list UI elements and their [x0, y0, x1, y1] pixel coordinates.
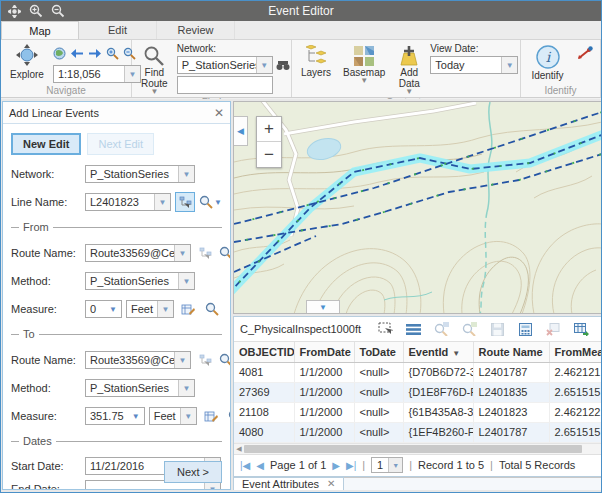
- delete-record-icon[interactable]: [539, 320, 567, 338]
- from-select-route-on-map-icon[interactable]: [195, 243, 215, 263]
- first-page-icon[interactable]: |◀: [240, 460, 250, 471]
- horizontal-scrollbar[interactable]: ◀: [234, 443, 602, 454]
- sort-descending-icon[interactable]: ▼: [452, 349, 460, 358]
- to-select-route-on-map-icon[interactable]: [195, 350, 215, 370]
- from-route-name-combo[interactable]: Route33569@Centr ▼: [85, 244, 191, 262]
- table-row[interactable]: 40811/1/2000<null>{D70B6D72-3L24017872.4…: [234, 362, 602, 382]
- next-edit-button[interactable]: Next Edit: [87, 133, 154, 155]
- basemap-icon: [353, 45, 375, 67]
- table-cell: <null>: [354, 402, 403, 422]
- basemap-button[interactable]: Basemap ▼: [340, 42, 388, 85]
- to-zoom-to-route-button[interactable]: ▼: [219, 353, 230, 367]
- zoom-options-caret-icon[interactable]: ▼: [214, 198, 222, 207]
- view-date-caret-icon[interactable]: ▼: [501, 57, 517, 73]
- map-view[interactable]: + − ◀ ▼ POWERED BY esri: [233, 101, 602, 314]
- pan-to-selected-icon[interactable]: [455, 320, 483, 338]
- column-header[interactable]: EventId▼: [403, 342, 473, 362]
- forward-extent-icon[interactable]: [88, 48, 102, 59]
- find-route-input[interactable]: [177, 76, 273, 94]
- collapse-table-icon[interactable]: ▼: [306, 300, 340, 313]
- column-header[interactable]: OBJECTID: [234, 342, 294, 362]
- zoom-in-map-icon[interactable]: [106, 47, 119, 60]
- select-features-icon[interactable]: [371, 320, 399, 338]
- find-route-button[interactable]: Find Route ▼: [138, 42, 171, 96]
- full-extent-icon[interactable]: [53, 47, 66, 60]
- panel-close-icon[interactable]: ✕: [214, 106, 224, 120]
- from-zoom-to-route-button[interactable]: ▼: [219, 246, 230, 260]
- tab-edit[interactable]: Edit: [79, 21, 157, 39]
- tab-map[interactable]: Map: [1, 21, 79, 39]
- from-zoom-to-measure-icon[interactable]: [202, 299, 222, 319]
- page-number-combo[interactable]: 1 ▼: [371, 457, 403, 473]
- collapse-panel-left-icon[interactable]: ◀: [234, 116, 248, 146]
- from-measure-caret-icon[interactable]: ▼: [105, 301, 121, 317]
- last-page-icon[interactable]: ▶|: [346, 460, 356, 471]
- next-button[interactable]: Next >: [164, 461, 222, 483]
- map-zoom-out-button[interactable]: −: [257, 142, 281, 167]
- network-combo[interactable]: P_StationSeries ▼: [85, 165, 195, 183]
- table-cell: 4080: [234, 422, 294, 442]
- to-method-caret-icon[interactable]: ▼: [178, 380, 194, 396]
- zoom-to-line-button[interactable]: ▼: [199, 195, 222, 209]
- show-selected-records-icon[interactable]: [399, 320, 427, 338]
- scroll-left-icon[interactable]: ◀: [234, 444, 244, 454]
- table-row[interactable]: 211081/1/2000<null>{61B435A8-3:L24018232…: [234, 402, 602, 422]
- from-measure-combo[interactable]: 0 ▼: [85, 300, 122, 318]
- identify-button[interactable]: i Identify: [528, 42, 566, 82]
- add-data-button[interactable]: Add Data ▼: [394, 42, 424, 96]
- select-line-on-map-icon[interactable]: [175, 192, 195, 212]
- from-route-caret-icon[interactable]: ▼: [174, 245, 190, 261]
- layers-button[interactable]: Layers: [298, 42, 334, 79]
- scrollbar-thumb[interactable]: [244, 445, 582, 453]
- back-extent-icon[interactable]: [70, 48, 84, 59]
- map-zoom-in-button[interactable]: +: [257, 117, 281, 142]
- view-date-combo[interactable]: Today ▼: [430, 56, 518, 74]
- line-name-combo[interactable]: L2401823 ▼: [85, 193, 171, 211]
- to-route-name-combo[interactable]: Route33569@Centr ▼: [85, 351, 191, 369]
- from-unit-combo[interactable]: Feet ▼: [126, 300, 174, 318]
- from-method-combo[interactable]: P_StationSeries ▼: [85, 272, 195, 290]
- export-table-icon[interactable]: [567, 320, 595, 338]
- table-row[interactable]: 273691/1/2000<null>{D1E8F76D-FL24018352.…: [234, 382, 602, 402]
- tab-review[interactable]: Review: [157, 21, 235, 39]
- record-range-text: Record 1 to 5: [418, 459, 484, 471]
- line-name-caret-icon[interactable]: ▼: [154, 194, 170, 210]
- table-row[interactable]: 40801/1/2000<null>{1EF4B260-F(L24017872.…: [234, 422, 602, 442]
- column-header[interactable]: Route Name: [473, 342, 549, 362]
- next-page-icon[interactable]: ▶: [332, 460, 340, 471]
- tab-event-attributes[interactable]: Event Attributes ✕: [233, 477, 344, 491]
- from-pick-measure-icon[interactable]: [178, 299, 198, 319]
- to-unit-combo[interactable]: Feet ▼: [149, 407, 197, 425]
- new-edit-button[interactable]: New Edit: [11, 133, 81, 155]
- ribbon-network-combo[interactable]: P_StationSeries ▼: [177, 56, 273, 74]
- explore-button[interactable]: Explore: [7, 42, 47, 81]
- network-caret-icon[interactable]: ▼: [178, 166, 194, 182]
- field-calculator-icon[interactable]: [511, 320, 539, 338]
- column-header[interactable]: FromMeasure: [549, 342, 602, 362]
- close-tab-icon[interactable]: ✕: [327, 478, 335, 489]
- navigate-group-label: Navigate: [7, 84, 125, 97]
- ribbon-network-caret-icon[interactable]: ▼: [256, 57, 272, 73]
- identify-route-location-icon[interactable]: [577, 42, 593, 61]
- previous-page-icon[interactable]: ◀: [256, 460, 264, 471]
- page-number-caret-icon[interactable]: ▼: [388, 458, 402, 472]
- sort-icon[interactable]: AZ: [595, 320, 602, 338]
- to-unit-caret-icon[interactable]: ▼: [180, 408, 196, 424]
- total-records-text: Total 5 Records: [499, 459, 575, 471]
- column-header[interactable]: FromDate: [294, 342, 354, 362]
- from-method-caret-icon[interactable]: ▼: [178, 273, 194, 289]
- to-measure-combo[interactable]: 351.75 ▼: [85, 407, 145, 425]
- to-route-caret-icon[interactable]: ▼: [174, 352, 190, 368]
- to-zoom-to-measure-icon[interactable]: [225, 406, 230, 426]
- zoom-to-selected-icon[interactable]: [427, 320, 455, 338]
- binoculars-icon[interactable]: [276, 60, 290, 71]
- to-method-combo[interactable]: P_StationSeries ▼: [85, 379, 195, 397]
- table-cell: 27369: [234, 382, 294, 402]
- table-title: C_PhysicalInspect1000ft: [240, 323, 361, 335]
- to-pick-measure-icon[interactable]: [201, 406, 221, 426]
- from-unit-caret-icon[interactable]: ▼: [157, 301, 173, 317]
- column-header[interactable]: ToDate: [354, 342, 403, 362]
- to-measure-caret-icon[interactable]: ▼: [128, 408, 144, 424]
- scale-combo[interactable]: 1:18,056 ▼: [53, 65, 141, 83]
- save-edits-icon[interactable]: [483, 320, 511, 338]
